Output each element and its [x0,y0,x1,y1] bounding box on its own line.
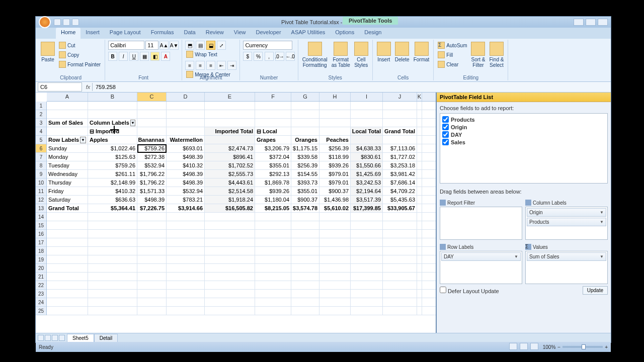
cell[interactable] [351,307,383,315]
cell[interactable]: Wednesday [47,170,88,178]
cell[interactable]: $5,364.41 [88,204,137,212]
cell[interactable]: $1,918.24 [205,196,255,204]
decrease-indent-icon[interactable]: ⇤ [217,61,226,70]
cell[interactable]: Sunday [47,144,88,152]
cell[interactable]: $759.26 [137,144,167,152]
clear-button[interactable]: Clear [437,60,468,69]
cell[interactable] [383,110,417,118]
cell[interactable] [417,264,422,272]
close-button[interactable] [598,19,608,26]
cell[interactable] [383,136,417,144]
cell[interactable]: $3,574.78 [291,204,319,212]
row-header-12[interactable]: 12 [36,196,46,204]
field-item-day[interactable]: DAY▼ [441,252,521,261]
italic-button[interactable]: I [119,52,128,61]
align-middle-icon[interactable]: ▤ [196,41,205,50]
field-day[interactable]: DAY [442,131,605,138]
increase-font-icon[interactable]: A▲ [159,41,169,50]
cell[interactable] [383,102,417,110]
field-sales[interactable]: Sales [442,138,605,146]
column-labels-dropdown[interactable]: ▼ [130,120,135,126]
cell[interactable]: Watermellon [167,136,205,144]
cell[interactable] [319,230,351,238]
cell[interactable] [167,230,205,238]
view-normal-icon[interactable] [509,343,517,350]
cell[interactable]: $979.01 [319,170,351,178]
cell[interactable]: $410.32 [167,161,205,169]
wrap-text-button[interactable]: Wrap Text [185,50,226,59]
update-button[interactable]: Update [583,286,608,295]
cell[interactable] [88,213,137,221]
font-color-button[interactable]: A [161,52,170,61]
cell[interactable] [383,221,417,229]
cell[interactable]: $355.01 [291,187,319,195]
cell[interactable] [417,230,422,238]
cell[interactable]: $3,981.42 [383,170,417,178]
cell[interactable] [47,102,88,110]
cell[interactable]: $498.39 [167,170,205,178]
cell[interactable] [255,238,291,246]
cell[interactable]: $3,253.18 [383,161,417,169]
copy-button[interactable]: Copy [58,50,102,59]
format-painter-button[interactable]: Format Painter [58,60,102,69]
cell[interactable] [417,221,422,229]
find-select-button[interactable]: Find & Select [488,41,505,69]
cell[interactable] [291,102,319,110]
cell[interactable] [417,153,422,161]
cell[interactable] [319,281,351,289]
cell[interactable] [47,281,88,289]
col-header-E[interactable]: E [205,93,255,101]
cell[interactable] [383,307,417,315]
cell[interactable] [291,230,319,238]
cell[interactable] [205,238,255,246]
cell[interactable]: $1,175.15 [291,144,319,152]
cell[interactable]: Saturday [47,196,88,204]
row-header-20[interactable]: 20 [36,264,46,273]
cell[interactable] [167,307,205,315]
cell[interactable] [417,110,422,118]
cell[interactable] [47,247,88,255]
cell[interactable] [47,255,88,263]
cell[interactable] [255,213,291,221]
sheet-nav-prev-icon[interactable] [45,335,51,341]
tab-developer[interactable]: Developer [251,28,286,39]
cell[interactable] [255,221,291,229]
cell[interactable] [351,281,383,289]
delete-cells-button[interactable]: Delete [394,41,411,63]
cell[interactable]: Monday [47,153,88,161]
cell[interactable] [351,264,383,272]
cell[interactable] [205,264,255,272]
cell[interactable] [88,281,137,289]
defer-layout-checkbox[interactable]: Defer Layout Update [440,287,499,294]
cell[interactable] [255,119,291,127]
cell[interactable]: $256.39 [291,161,319,169]
cell[interactable]: ⊟ Local [255,127,291,135]
fill-color-button[interactable]: ◧ [150,52,159,61]
cell[interactable]: $16,505.82 [205,204,255,212]
col-header-G[interactable]: G [291,93,319,101]
office-button[interactable] [39,16,51,28]
cell[interactable]: $118.99 [319,153,351,161]
row-header-9[interactable]: 9 [36,170,46,178]
cell[interactable]: $498.39 [167,153,205,161]
cell[interactable]: $1,425.69 [351,170,383,178]
cell[interactable] [383,238,417,246]
cell[interactable] [417,281,422,289]
cell[interactable]: $979.01 [319,178,351,187]
cell[interactable]: $8,215.05 [255,204,291,212]
cell[interactable] [88,247,137,255]
cell[interactable] [351,136,383,144]
cell[interactable]: Imported Total [205,127,255,135]
tab-options[interactable]: Options [330,28,359,39]
row-header-1[interactable]: 1 [36,102,46,110]
spreadsheet-grid[interactable]: ABCDEFGHIJK 1234567891011121314151617181… [36,93,436,333]
cell[interactable]: $292.13 [255,170,291,178]
increase-decimal-icon[interactable]: .0→ [275,52,284,61]
row-header-21[interactable]: 21 [36,273,46,281]
cell[interactable]: $900.37 [319,187,351,195]
cell[interactable] [417,290,422,298]
zoom-in-icon[interactable]: + [605,344,608,350]
column-labels-dropzone[interactable]: Origin▼ Products▼ [525,207,608,240]
cell[interactable] [417,204,422,212]
tab-formulas[interactable]: Formulas [146,28,179,39]
